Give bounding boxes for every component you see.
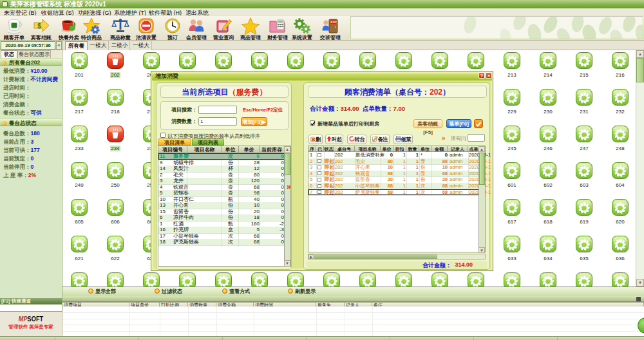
svg-text:$: $: [37, 22, 41, 30]
svg-text:EXIT: EXIT: [331, 21, 337, 24]
